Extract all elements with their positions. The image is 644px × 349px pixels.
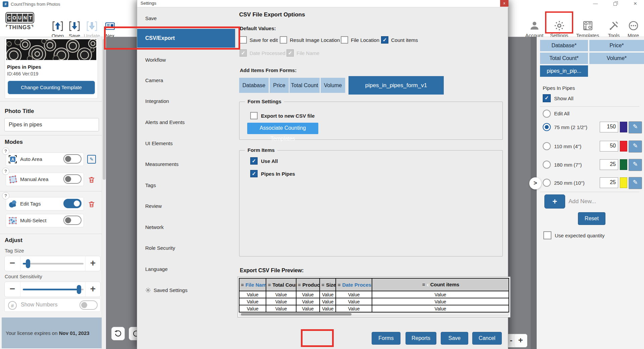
preview-col-product[interactable]: ≡Product bbox=[296, 278, 320, 291]
size-count-input[interactable]: 25 bbox=[600, 177, 618, 188]
edit-tags-toggle[interactable] bbox=[63, 199, 82, 208]
multi-select-toggle[interactable] bbox=[63, 216, 82, 225]
form-tab-pipes-in-pipes-form-v1[interactable]: pipes_in_pipes_form_v1 bbox=[348, 76, 444, 95]
help-icon[interactable]: ? bbox=[2, 148, 9, 155]
result-image-location-checkbox[interactable] bbox=[280, 36, 287, 44]
add-new-button[interactable]: + bbox=[544, 194, 565, 209]
settings-nav-item-integration[interactable]: Integration bbox=[137, 96, 235, 107]
settings-nav-item-review[interactable]: Review bbox=[137, 200, 235, 212]
associate-counting-templates-button[interactable]: Associate Counting Templates bbox=[247, 123, 318, 134]
auto-area-toggle[interactable] bbox=[63, 154, 82, 164]
settings-nav-item-saved-settings[interactable]: Saved Settings bbox=[137, 285, 235, 296]
dialog-save-button[interactable]: Save bbox=[441, 332, 468, 345]
right-tab-pipes-in-pip[interactable]: pipes_in_pip... bbox=[540, 65, 588, 77]
column-menu-icon[interactable]: ≡ bbox=[422, 282, 425, 287]
settings-nav-item-language[interactable]: Language bbox=[137, 264, 235, 275]
edit-all-radio[interactable] bbox=[543, 110, 551, 118]
help-icon[interactable]: ? bbox=[2, 168, 9, 175]
preview-col-size[interactable]: ≡Size bbox=[320, 278, 336, 291]
column-menu-icon[interactable]: ≡ bbox=[321, 282, 324, 287]
form-tab-price[interactable]: Price bbox=[270, 78, 289, 93]
preview-col-count-items[interactable]: ≡‹Count items bbox=[372, 278, 509, 291]
update-button[interactable]: Update bbox=[83, 20, 101, 39]
templates-button[interactable]: Templates bbox=[576, 20, 600, 38]
use-expected-quantity-checkbox[interactable] bbox=[543, 231, 551, 239]
form-tab-database[interactable]: Database bbox=[239, 78, 269, 93]
right-tab-price[interactable]: Price* bbox=[589, 40, 644, 51]
save-for-edit-checkbox[interactable] bbox=[239, 36, 247, 44]
size-count-input[interactable]: 150 bbox=[600, 122, 618, 132]
settings-nav-item-measurements[interactable]: Measurements bbox=[137, 159, 235, 170]
count-sensitivity-minus-button[interactable]: − bbox=[5, 282, 20, 297]
settings-button[interactable]: Settings bbox=[547, 20, 571, 38]
manual-area-toggle[interactable] bbox=[63, 174, 82, 184]
change-counting-template-button[interactable]: Change Counting Template bbox=[8, 81, 95, 94]
tag-size-track[interactable] bbox=[23, 263, 84, 265]
column-menu-icon[interactable]: ≡ bbox=[298, 282, 301, 287]
column-menu-icon[interactable]: ≡ bbox=[337, 282, 340, 287]
undo-button[interactable] bbox=[111, 327, 125, 340]
save-toolbar-button[interactable]: Save bbox=[65, 20, 84, 39]
tag-size-handle[interactable] bbox=[26, 259, 30, 268]
show-numbers-toggle[interactable] bbox=[79, 300, 98, 310]
auto-area-edit-button[interactable]: ✎ bbox=[87, 155, 96, 164]
reports-button[interactable]: Reports bbox=[406, 332, 436, 345]
more-button[interactable]: More bbox=[621, 20, 644, 38]
settings-nav-item-tags[interactable]: Tags bbox=[137, 180, 235, 191]
settings-nav-item-camera[interactable]: Camera bbox=[137, 75, 235, 86]
settings-nav-item-role-security[interactable]: Role Security bbox=[137, 242, 235, 254]
open-button[interactable]: Open bbox=[48, 20, 67, 39]
show-all-checkbox[interactable] bbox=[543, 94, 551, 102]
reset-button[interactable]: Reset bbox=[578, 212, 605, 225]
settings-nav-item-csv-export[interactable]: CSV/Export bbox=[137, 29, 235, 48]
preview-col-file-name[interactable]: ≡File Name bbox=[239, 278, 266, 291]
preview-col-date-processed[interactable]: ≡Date Processed bbox=[336, 278, 372, 291]
size-radio-180-mm-7[interactable] bbox=[543, 161, 551, 169]
panel-expander-button[interactable]: > bbox=[529, 177, 541, 189]
count-sensitivity-plus-button[interactable]: + bbox=[85, 282, 100, 297]
pipes-in-pipes-checkbox[interactable] bbox=[250, 170, 258, 177]
close-button[interactable]: × bbox=[628, 0, 643, 8]
settings-nav-item-ui-elements[interactable]: UI Elements bbox=[137, 138, 235, 149]
size-radio-110-mm-4[interactable] bbox=[543, 142, 551, 150]
zoom-in-button[interactable]: + bbox=[514, 334, 527, 347]
export-new-csv-checkbox[interactable] bbox=[250, 112, 258, 119]
cancel-button[interactable]: Cancel bbox=[472, 332, 502, 345]
left-panel-scrollbar-thumb[interactable] bbox=[103, 39, 106, 180]
form-tab-total-count[interactable]: Total Count bbox=[289, 78, 320, 93]
right-tab-volume[interactable]: Volume* bbox=[589, 53, 644, 64]
settings-nav-item-network[interactable]: Network bbox=[137, 222, 235, 233]
settings-nav-item-workflow[interactable]: Workflow bbox=[137, 54, 235, 66]
size-edit-button[interactable]: ✎ bbox=[629, 177, 642, 189]
file-location-checkbox[interactable] bbox=[341, 36, 348, 44]
settings-nav-item-alerts-and-events[interactable]: Alerts and Events bbox=[137, 117, 235, 128]
size-color-swatch[interactable] bbox=[620, 177, 627, 188]
size-color-swatch[interactable] bbox=[620, 122, 627, 132]
minimize-button[interactable]: — bbox=[589, 0, 602, 8]
size-color-swatch[interactable] bbox=[620, 159, 627, 170]
tag-size-plus-button[interactable]: + bbox=[85, 256, 100, 271]
manual-area-delete-button[interactable] bbox=[88, 175, 96, 184]
forms-button[interactable]: Forms bbox=[372, 332, 400, 345]
size-radio-250-mm-10[interactable] bbox=[543, 179, 551, 187]
form-tab-volume[interactable]: Volume bbox=[321, 78, 345, 93]
size-color-swatch[interactable] bbox=[620, 141, 627, 152]
tag-size-minus-button[interactable]: − bbox=[5, 256, 20, 271]
add-new-label[interactable]: Add New... bbox=[569, 198, 596, 205]
photo-title-input[interactable]: Pipes in pipes bbox=[4, 118, 99, 131]
size-count-input[interactable]: 50 bbox=[600, 141, 618, 152]
size-edit-button[interactable]: ✎ bbox=[629, 159, 642, 171]
size-edit-button[interactable]: ✎ bbox=[629, 140, 642, 153]
help-icon[interactable]: ? bbox=[2, 192, 9, 199]
preview-col-total-count[interactable]: ≡Total Count bbox=[266, 278, 296, 291]
edit-tags-delete-button[interactable] bbox=[88, 200, 96, 209]
count-items-checkbox[interactable] bbox=[381, 36, 388, 44]
count-sensitivity-handle[interactable] bbox=[77, 285, 81, 294]
settings-nav-item-save[interactable]: Save bbox=[137, 13, 235, 24]
size-edit-button[interactable]: ✎ bbox=[629, 121, 642, 133]
right-tab-database[interactable]: Database* bbox=[540, 40, 588, 51]
size-count-input[interactable]: 25 bbox=[600, 159, 618, 170]
photo-thumbnail[interactable] bbox=[6, 39, 96, 60]
dialog-close-button[interactable]: x bbox=[500, 0, 508, 7]
use-all-checkbox[interactable] bbox=[250, 157, 258, 165]
